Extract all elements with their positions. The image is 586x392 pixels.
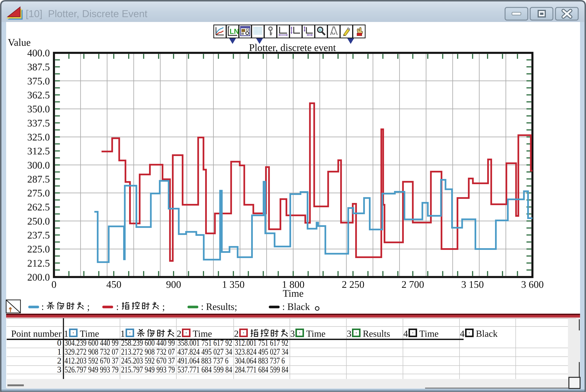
svg-text:323.824 495 027 34: 323.824 495 027 34 <box>235 347 288 356</box>
svg-text:250.0: 250.0 <box>27 216 50 227</box>
svg-text:213.272 908 732 07: 213.272 908 732 07 <box>121 347 175 356</box>
svg-text:215.797 949 993 79: 215.797 949 993 79 <box>121 365 175 374</box>
svg-text:Time: Time <box>193 328 212 339</box>
svg-text:3: 3 <box>290 328 295 339</box>
svg-text:;: ; <box>162 302 165 312</box>
svg-text:: Results;: : Results; <box>201 302 237 312</box>
svg-text:3: 3 <box>57 365 62 374</box>
svg-text:LN: LN <box>230 28 239 35</box>
svg-text:350.0: 350.0 <box>27 104 50 114</box>
svg-text:Plotter, discrete event: Plotter, discrete event <box>249 42 336 53</box>
svg-text:1: 1 <box>120 328 125 339</box>
svg-text:2: 2 <box>234 328 239 339</box>
svg-text:284.771 684 599 84: 284.771 684 599 84 <box>235 365 288 374</box>
svg-text:3 600: 3 600 <box>521 279 544 290</box>
svg-text:491.064 883 737 6: 491.064 883 737 6 <box>178 356 228 366</box>
svg-text:375.0: 375.0 <box>27 76 50 87</box>
svg-text:0: 0 <box>57 338 62 348</box>
svg-text:a: a <box>319 28 321 32</box>
svg-text:Black: Black <box>476 328 498 339</box>
svg-text:312.5: 312.5 <box>27 146 50 157</box>
svg-text:400.0: 400.0 <box>27 48 50 58</box>
svg-text:358.001 751 617 92: 358.001 751 617 92 <box>178 338 232 348</box>
svg-text:Point number: Point number <box>11 328 62 339</box>
svg-text:412.203 592 670 37: 412.203 592 670 37 <box>64 356 118 366</box>
svg-text:Time: Time <box>306 328 326 339</box>
svg-text:200.0: 200.0 <box>27 272 50 283</box>
svg-text:225.0: 225.0 <box>27 244 50 255</box>
svg-text:900: 900 <box>166 279 181 290</box>
svg-text:1: 1 <box>57 347 62 356</box>
svg-text:212.5: 212.5 <box>27 258 50 269</box>
svg-text:437.824 495 027 34: 437.824 495 027 34 <box>178 347 232 356</box>
svg-text:237.5: 237.5 <box>27 230 50 241</box>
svg-text:450: 450 <box>106 279 122 290</box>
svg-text:0: 0 <box>52 279 56 290</box>
svg-text:3 150: 3 150 <box>461 279 484 290</box>
svg-text:300.0: 300.0 <box>27 160 50 171</box>
svg-text:275.0: 275.0 <box>27 188 50 199</box>
svg-text:Time: Time <box>283 288 304 299</box>
svg-text:2: 2 <box>177 328 182 339</box>
svg-text:Time: Time <box>80 328 99 339</box>
svg-text:362.5: 362.5 <box>27 90 50 101</box>
svg-text:304.239 600 440 99: 304.239 600 440 99 <box>64 338 118 348</box>
svg-text:245.203 592 670 37: 245.203 592 670 37 <box>121 356 175 366</box>
svg-text:;: ; <box>87 302 90 312</box>
svg-text:2: 2 <box>57 356 62 366</box>
svg-text:Results: Results <box>363 328 390 339</box>
svg-text:[10] Plotter, Discrete Event: [10] Plotter, Discrete Event <box>26 8 147 19</box>
svg-text::: : <box>41 302 44 312</box>
svg-text:387.5: 387.5 <box>27 62 50 72</box>
svg-text:4: 4 <box>460 328 464 339</box>
svg-text:2 700: 2 700 <box>402 279 424 290</box>
svg-text:537.771 684 599 84: 537.771 684 599 84 <box>178 365 232 374</box>
svg-text:304.064 883 737 6: 304.064 883 737 6 <box>235 356 285 366</box>
svg-text:Value: Value <box>8 37 31 48</box>
svg-text:312.001 751 617 92: 312.001 751 617 92 <box>235 338 288 348</box>
svg-text:526.797 949 993 79: 526.797 949 993 79 <box>64 365 118 374</box>
svg-text:325.0: 325.0 <box>27 132 50 143</box>
svg-text:262.5: 262.5 <box>27 202 50 213</box>
svg-text:: Black: : Black <box>282 302 310 312</box>
svg-text:258.239 600 440 99: 258.239 600 440 99 <box>121 338 175 348</box>
svg-text:329.272 908 732 07: 329.272 908 732 07 <box>64 347 118 356</box>
svg-text:287.5: 287.5 <box>27 174 50 185</box>
svg-text:2 250: 2 250 <box>342 279 364 290</box>
svg-text:Time: Time <box>419 328 439 339</box>
svg-text::: : <box>116 302 119 312</box>
svg-text:337.5: 337.5 <box>27 118 50 129</box>
svg-text:4: 4 <box>403 328 408 339</box>
svg-text:1: 1 <box>64 328 68 339</box>
svg-text:1 350: 1 350 <box>222 279 245 290</box>
svg-text:3: 3 <box>347 328 352 339</box>
